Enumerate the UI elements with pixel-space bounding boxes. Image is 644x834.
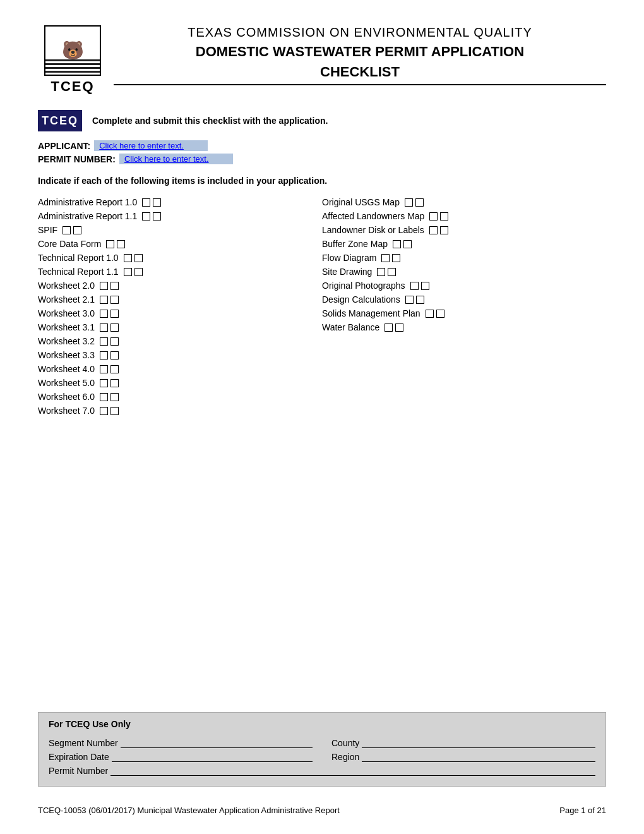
checkbox-pair [100,296,119,304]
checklist-item-label: Worksheet 5.0 [38,378,95,388]
right-col: Original USGS MapAffected Landowners Map… [322,197,606,687]
checklist-item-label: Affected Landowners Map [322,211,424,221]
checkbox[interactable] [110,310,119,318]
checkbox-pair [142,212,161,221]
header: 🐻 TCEQ TEXAS COMMISSION ON ENVIRONMENTAL… [38,25,606,95]
checkbox[interactable] [100,296,108,304]
checkbox-pair [142,198,161,207]
left-checklist-item: Technical Report 1.0 [38,253,322,263]
tceq-field-label: Expiration Date [49,752,109,762]
checkbox[interactable] [142,212,150,221]
checkbox[interactable] [385,323,393,332]
left-checklist-item: Worksheet 2.1 [38,294,322,305]
checkbox-pair [429,226,448,234]
checkbox[interactable] [106,240,114,248]
checkbox[interactable] [153,198,161,207]
checkbox[interactable] [436,310,444,318]
checkbox[interactable] [405,296,414,304]
checkbox[interactable] [110,282,119,290]
right-checklist-item: Landowner Disk or Labels [322,225,606,235]
checkbox[interactable] [405,198,413,207]
checkbox-pair [100,282,119,290]
checkbox[interactable] [63,226,71,234]
checkbox[interactable] [110,296,119,304]
checkbox[interactable] [388,268,396,276]
left-checklist-item: Core Data Form [38,239,322,249]
checkbox[interactable] [100,365,108,373]
checkbox[interactable] [100,310,108,318]
left-checklist-item: Worksheet 3.2 [38,336,322,346]
checkbox-pair [405,296,424,304]
left-checklist-item: SPIF [38,225,322,235]
checkbox[interactable] [124,254,132,262]
tceq-badge: TCEQ [38,110,82,131]
checkbox[interactable] [415,198,424,207]
checkbox[interactable] [100,379,108,387]
checkbox[interactable] [110,407,119,415]
tceq-field-row: Permit Number [49,764,595,776]
checkbox[interactable] [100,337,108,346]
permit-input[interactable]: Click here to enter text. [119,154,233,164]
checkbox[interactable] [429,226,438,234]
checkbox[interactable] [393,240,401,248]
checkbox[interactable] [134,268,143,276]
checkbox[interactable] [110,365,119,373]
tceq-field-line [121,737,313,748]
tceq-field-row: Segment NumberCounty [49,737,595,748]
checkbox-pair [100,351,119,360]
checkbox[interactable] [100,351,108,360]
checkbox[interactable] [100,323,108,332]
checkbox[interactable] [110,379,119,387]
left-checklist-item: Administrative Report 1.1 [38,211,322,221]
checkbox-pair [106,240,125,248]
checkbox[interactable] [429,212,438,221]
checkbox[interactable] [416,296,424,304]
tceq-field-line [112,751,313,762]
left-checklist-item: Worksheet 4.0 [38,364,322,374]
checkbox[interactable] [381,254,390,262]
checkbox[interactable] [421,282,429,290]
checkbox-pair [429,212,448,221]
checklist-item-label: Original USGS Map [322,197,400,207]
checkbox[interactable] [100,393,108,401]
checkbox[interactable] [153,212,161,221]
checkbox[interactable] [142,198,150,207]
checkbox[interactable] [100,407,108,415]
checkbox[interactable] [395,323,403,332]
right-checklist-item: Site Drawing [322,267,606,277]
checkbox[interactable] [410,282,419,290]
checklist-item-label: Worksheet 3.0 [38,308,95,318]
left-checklist-item: Worksheet 7.0 [38,406,322,416]
tceq-field-line [110,764,595,776]
checkbox[interactable] [124,268,132,276]
checkbox[interactable] [403,240,412,248]
checkbox[interactable] [110,351,119,360]
checkbox-pair [100,365,119,373]
checkbox[interactable] [110,393,119,401]
checkbox[interactable] [110,323,119,332]
applicant-input[interactable]: Click here to enter text. [94,140,208,151]
applicant-label: APPLICANT: [38,141,90,151]
checklist-item-label: Worksheet 6.0 [38,392,95,402]
checkbox-pair [100,323,119,332]
checkbox[interactable] [100,282,108,290]
left-checklist-item: Worksheet 3.3 [38,350,322,360]
footer-page: Page 1 of 21 [559,806,606,815]
checkbox[interactable] [117,240,125,248]
checkbox[interactable] [440,212,448,221]
checkbox[interactable] [110,337,119,346]
permit-label: PERMIT NUMBER: [38,154,116,164]
checklist-item-label: Site Drawing [322,267,372,277]
checkbox-pair [124,254,143,262]
checkbox[interactable] [440,226,448,234]
applicant-row: APPLICANT: Click here to enter text. [38,140,606,151]
checkbox[interactable] [377,268,385,276]
tceq-use-fields: Segment NumberCountyExpiration DateRegio… [49,737,595,776]
checkbox[interactable] [73,226,81,234]
checklist-item-label: SPIF [38,225,57,235]
checkbox[interactable] [426,310,434,318]
checkbox[interactable] [134,254,143,262]
right-checklist-item: Solids Management Plan [322,308,606,318]
checklist-item-label: Administrative Report 1.1 [38,211,137,221]
checkbox[interactable] [392,254,400,262]
